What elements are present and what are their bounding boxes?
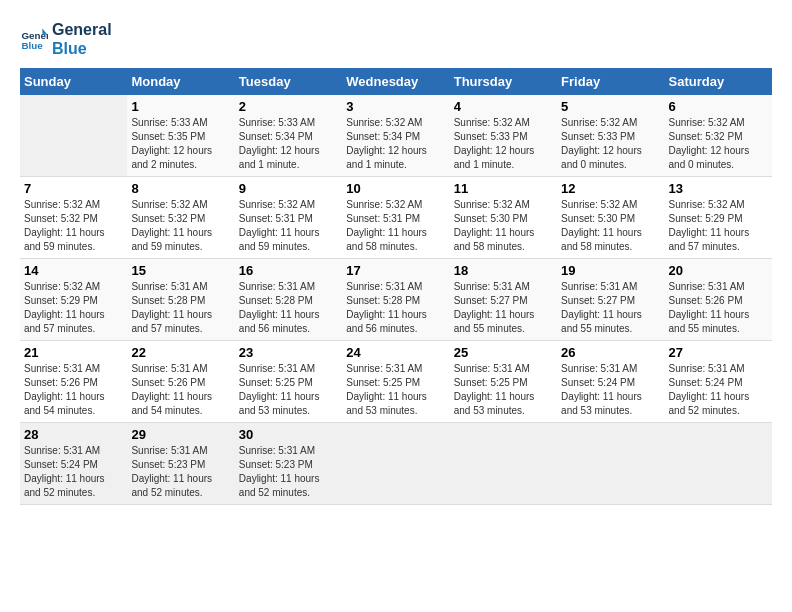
day-number: 30 [239,427,338,442]
day-info: Sunrise: 5:32 AMSunset: 5:32 PMDaylight:… [24,198,123,254]
day-number: 17 [346,263,445,278]
calendar-cell: 15Sunrise: 5:31 AMSunset: 5:28 PMDayligh… [127,259,234,341]
day-info: Sunrise: 5:32 AMSunset: 5:34 PMDaylight:… [346,116,445,172]
day-number: 8 [131,181,230,196]
calendar-cell: 22Sunrise: 5:31 AMSunset: 5:26 PMDayligh… [127,341,234,423]
day-info: Sunrise: 5:31 AMSunset: 5:25 PMDaylight:… [239,362,338,418]
day-info: Sunrise: 5:31 AMSunset: 5:28 PMDaylight:… [346,280,445,336]
calendar-cell: 6Sunrise: 5:32 AMSunset: 5:32 PMDaylight… [665,95,772,177]
calendar-cell: 26Sunrise: 5:31 AMSunset: 5:24 PMDayligh… [557,341,664,423]
day-number: 14 [24,263,123,278]
calendar-cell [20,95,127,177]
calendar-week-row: 28Sunrise: 5:31 AMSunset: 5:24 PMDayligh… [20,423,772,505]
day-number: 4 [454,99,553,114]
calendar-cell: 2Sunrise: 5:33 AMSunset: 5:34 PMDaylight… [235,95,342,177]
day-number: 10 [346,181,445,196]
day-info: Sunrise: 5:31 AMSunset: 5:28 PMDaylight:… [131,280,230,336]
day-number: 9 [239,181,338,196]
day-number: 25 [454,345,553,360]
logo-icon: General Blue [20,25,48,53]
calendar-cell: 19Sunrise: 5:31 AMSunset: 5:27 PMDayligh… [557,259,664,341]
calendar-cell: 17Sunrise: 5:31 AMSunset: 5:28 PMDayligh… [342,259,449,341]
day-header-wednesday: Wednesday [342,68,449,95]
day-number: 28 [24,427,123,442]
day-number: 26 [561,345,660,360]
day-number: 2 [239,99,338,114]
calendar-cell: 1Sunrise: 5:33 AMSunset: 5:35 PMDaylight… [127,95,234,177]
day-number: 7 [24,181,123,196]
logo-general: General [52,20,112,39]
day-info: Sunrise: 5:31 AMSunset: 5:24 PMDaylight:… [24,444,123,500]
day-header-thursday: Thursday [450,68,557,95]
calendar-cell: 29Sunrise: 5:31 AMSunset: 5:23 PMDayligh… [127,423,234,505]
calendar-cell: 20Sunrise: 5:31 AMSunset: 5:26 PMDayligh… [665,259,772,341]
day-number: 13 [669,181,768,196]
day-header-tuesday: Tuesday [235,68,342,95]
calendar-cell [450,423,557,505]
calendar-cell: 23Sunrise: 5:31 AMSunset: 5:25 PMDayligh… [235,341,342,423]
day-info: Sunrise: 5:32 AMSunset: 5:31 PMDaylight:… [346,198,445,254]
day-info: Sunrise: 5:33 AMSunset: 5:35 PMDaylight:… [131,116,230,172]
day-info: Sunrise: 5:32 AMSunset: 5:30 PMDaylight:… [454,198,553,254]
calendar-cell: 13Sunrise: 5:32 AMSunset: 5:29 PMDayligh… [665,177,772,259]
calendar-cell: 24Sunrise: 5:31 AMSunset: 5:25 PMDayligh… [342,341,449,423]
day-number: 1 [131,99,230,114]
day-info: Sunrise: 5:32 AMSunset: 5:29 PMDaylight:… [669,198,768,254]
calendar-cell: 9Sunrise: 5:32 AMSunset: 5:31 PMDaylight… [235,177,342,259]
day-number: 12 [561,181,660,196]
calendar-cell: 25Sunrise: 5:31 AMSunset: 5:25 PMDayligh… [450,341,557,423]
calendar-week-row: 21Sunrise: 5:31 AMSunset: 5:26 PMDayligh… [20,341,772,423]
calendar-cell: 21Sunrise: 5:31 AMSunset: 5:26 PMDayligh… [20,341,127,423]
day-info: Sunrise: 5:31 AMSunset: 5:25 PMDaylight:… [346,362,445,418]
day-info: Sunrise: 5:32 AMSunset: 5:33 PMDaylight:… [454,116,553,172]
day-number: 6 [669,99,768,114]
day-number: 11 [454,181,553,196]
day-number: 23 [239,345,338,360]
day-number: 20 [669,263,768,278]
day-info: Sunrise: 5:32 AMSunset: 5:33 PMDaylight:… [561,116,660,172]
calendar-cell: 12Sunrise: 5:32 AMSunset: 5:30 PMDayligh… [557,177,664,259]
calendar-cell: 30Sunrise: 5:31 AMSunset: 5:23 PMDayligh… [235,423,342,505]
day-header-friday: Friday [557,68,664,95]
svg-text:Blue: Blue [21,40,43,51]
calendar-cell: 10Sunrise: 5:32 AMSunset: 5:31 PMDayligh… [342,177,449,259]
day-header-saturday: Saturday [665,68,772,95]
calendar-cell: 27Sunrise: 5:31 AMSunset: 5:24 PMDayligh… [665,341,772,423]
calendar-cell: 5Sunrise: 5:32 AMSunset: 5:33 PMDaylight… [557,95,664,177]
calendar-cell: 3Sunrise: 5:32 AMSunset: 5:34 PMDaylight… [342,95,449,177]
calendar-cell: 14Sunrise: 5:32 AMSunset: 5:29 PMDayligh… [20,259,127,341]
calendar-cell [557,423,664,505]
calendar-cell: 8Sunrise: 5:32 AMSunset: 5:32 PMDaylight… [127,177,234,259]
calendar-cell: 4Sunrise: 5:32 AMSunset: 5:33 PMDaylight… [450,95,557,177]
day-number: 24 [346,345,445,360]
calendar-cell [342,423,449,505]
logo: General Blue General Blue [20,20,112,58]
day-info: Sunrise: 5:33 AMSunset: 5:34 PMDaylight:… [239,116,338,172]
logo-blue: Blue [52,39,112,58]
calendar-cell: 7Sunrise: 5:32 AMSunset: 5:32 PMDaylight… [20,177,127,259]
day-info: Sunrise: 5:32 AMSunset: 5:32 PMDaylight:… [131,198,230,254]
day-info: Sunrise: 5:31 AMSunset: 5:26 PMDaylight:… [669,280,768,336]
day-header-sunday: Sunday [20,68,127,95]
calendar-week-row: 1Sunrise: 5:33 AMSunset: 5:35 PMDaylight… [20,95,772,177]
day-info: Sunrise: 5:32 AMSunset: 5:32 PMDaylight:… [669,116,768,172]
day-info: Sunrise: 5:31 AMSunset: 5:23 PMDaylight:… [239,444,338,500]
day-info: Sunrise: 5:31 AMSunset: 5:25 PMDaylight:… [454,362,553,418]
day-number: 29 [131,427,230,442]
day-number: 19 [561,263,660,278]
day-header-monday: Monday [127,68,234,95]
day-info: Sunrise: 5:31 AMSunset: 5:26 PMDaylight:… [24,362,123,418]
calendar-week-row: 14Sunrise: 5:32 AMSunset: 5:29 PMDayligh… [20,259,772,341]
day-number: 5 [561,99,660,114]
day-number: 27 [669,345,768,360]
day-number: 18 [454,263,553,278]
calendar-header-row: SundayMondayTuesdayWednesdayThursdayFrid… [20,68,772,95]
day-info: Sunrise: 5:31 AMSunset: 5:27 PMDaylight:… [561,280,660,336]
day-number: 16 [239,263,338,278]
day-number: 21 [24,345,123,360]
day-number: 22 [131,345,230,360]
calendar-cell [665,423,772,505]
page-header: General Blue General Blue [20,20,772,58]
day-info: Sunrise: 5:31 AMSunset: 5:27 PMDaylight:… [454,280,553,336]
day-info: Sunrise: 5:31 AMSunset: 5:24 PMDaylight:… [669,362,768,418]
